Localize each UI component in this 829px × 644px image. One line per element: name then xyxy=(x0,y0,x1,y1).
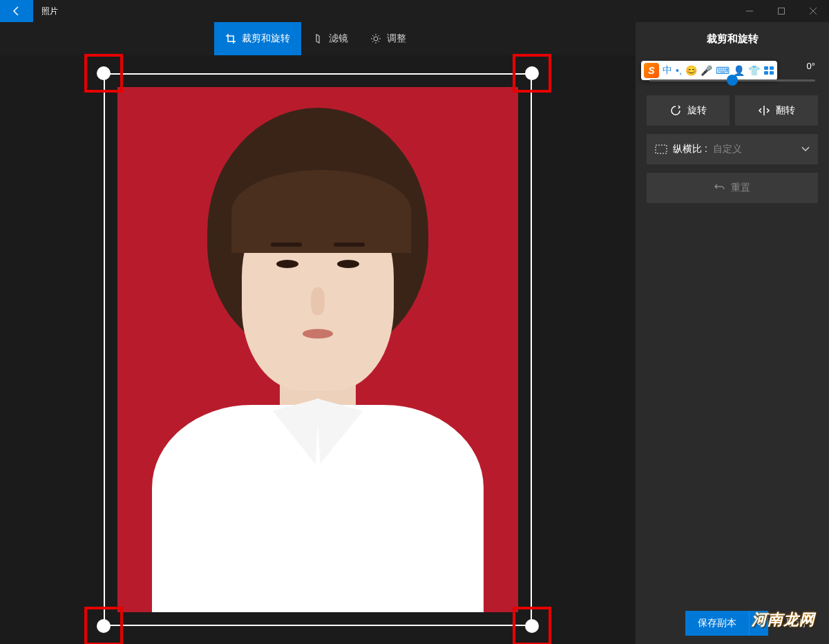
tab-crop-rotate[interactable]: 裁剪和旋转 xyxy=(214,22,301,55)
filter-icon xyxy=(312,33,323,44)
maximize-button[interactable] xyxy=(765,0,797,22)
tab-label: 滤镜 xyxy=(329,32,348,45)
titlebar: 照片 xyxy=(0,0,829,22)
window-controls xyxy=(734,0,829,22)
save-copy-button[interactable]: 保存副本 xyxy=(685,611,749,636)
footer: 保存副本 取消 xyxy=(685,611,818,636)
svg-rect-3 xyxy=(764,66,768,70)
tab-label: 裁剪和旋转 xyxy=(242,32,290,45)
svg-rect-4 xyxy=(770,66,774,70)
photo xyxy=(117,87,518,612)
portrait-placeholder xyxy=(117,87,518,612)
crop-icon xyxy=(225,33,236,44)
button-label: 翻转 xyxy=(776,104,795,117)
tab-adjust[interactable]: 调整 xyxy=(359,22,417,55)
aspect-icon xyxy=(655,144,667,154)
rotate-button[interactable]: 旋转 xyxy=(647,95,730,126)
back-button[interactable] xyxy=(0,0,33,22)
canvas-area xyxy=(0,55,636,644)
tab-filters[interactable]: 滤镜 xyxy=(301,22,359,55)
reset-button[interactable]: 重置 xyxy=(647,173,818,203)
flip-button[interactable]: 翻转 xyxy=(735,95,818,126)
app-title: 照片 xyxy=(41,6,58,17)
sidebar: 裁剪和旋转 S 中 •, 😊 🎤 ⌨ 👤 👕 0° 旋转 翻转 纵横比 : 自定… xyxy=(636,22,829,644)
svg-rect-1 xyxy=(779,8,785,15)
tab-label: 调整 xyxy=(387,32,406,45)
crop-frame[interactable] xyxy=(104,73,532,626)
rotation-slider[interactable] xyxy=(636,74,829,95)
button-label: 旋转 xyxy=(687,104,707,117)
flip-icon xyxy=(758,104,770,117)
aspect-value: 自定义 xyxy=(713,143,742,155)
rotate-icon xyxy=(669,104,682,117)
sidebar-title: 裁剪和旋转 xyxy=(636,22,829,55)
minimize-button[interactable] xyxy=(734,0,765,22)
crop-handle-br[interactable] xyxy=(525,619,539,633)
reset-icon xyxy=(714,182,725,193)
adjust-icon xyxy=(370,33,381,44)
crop-handle-tl[interactable] xyxy=(97,66,111,80)
chevron-down-icon xyxy=(801,146,810,152)
aspect-ratio-dropdown[interactable]: 纵横比 : 自定义 xyxy=(647,134,818,164)
save-dropdown-button[interactable] xyxy=(749,611,768,636)
svg-point-2 xyxy=(374,37,378,41)
cancel-button[interactable]: 取消 xyxy=(774,611,818,636)
crop-handle-tr[interactable] xyxy=(525,66,539,80)
button-label: 重置 xyxy=(731,182,750,194)
slider-thumb[interactable] xyxy=(727,75,738,86)
crop-handle-bl[interactable] xyxy=(97,619,111,633)
aspect-label: 纵横比 : xyxy=(673,143,707,155)
svg-rect-7 xyxy=(656,145,667,153)
button-label: 保存副本 xyxy=(698,617,736,629)
chevron-down-icon xyxy=(756,621,763,625)
close-button[interactable] xyxy=(797,0,829,22)
button-label: 取消 xyxy=(786,617,806,629)
